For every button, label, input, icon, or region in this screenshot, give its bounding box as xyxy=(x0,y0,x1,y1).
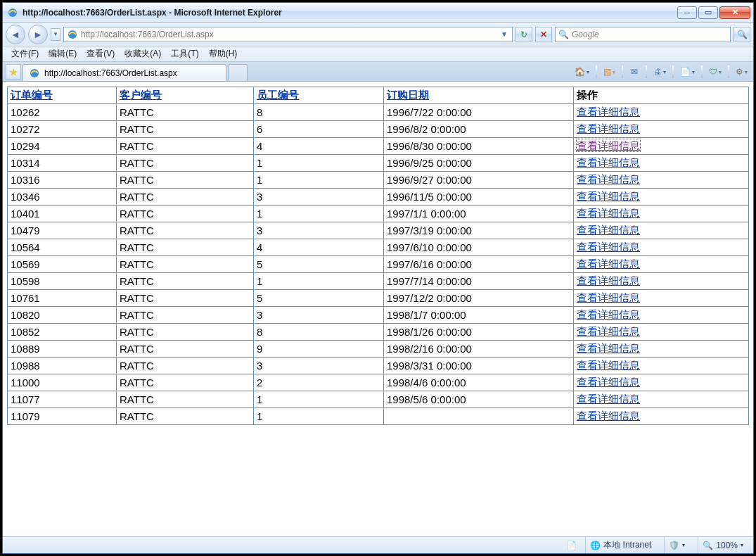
maximize-button[interactable]: ▭ xyxy=(698,6,718,19)
command-bar: 🏠▾ ▧▾ ✉ 🖨▾ 📄▾ 🛡▾ ⚙▾ xyxy=(572,64,750,81)
shield-icon: 🛡️ xyxy=(669,541,679,550)
table-header-row: 订单编号 客户编号 员工编号 订购日期 操作 xyxy=(8,87,749,104)
cell-action: 查看详细信息 xyxy=(574,256,749,273)
view-detail-link[interactable]: 查看详细信息 xyxy=(577,106,640,118)
view-detail-link[interactable]: 查看详细信息 xyxy=(577,291,640,303)
close-button[interactable]: ✕ xyxy=(719,6,750,19)
cell-customer-id: RATTC xyxy=(117,172,254,189)
cell-order-id: 10598 xyxy=(8,273,117,290)
header-order-id[interactable]: 订单编号 xyxy=(11,89,53,101)
cell-action: 查看详细信息 xyxy=(574,391,749,408)
table-row: 10314RATTC11996/9/25 0:00:00查看详细信息 xyxy=(8,155,749,172)
security-zone-pane[interactable]: 🌐 本地 Intranet xyxy=(585,537,655,553)
stop-button[interactable]: ✕ xyxy=(535,27,552,42)
separator xyxy=(701,65,703,78)
address-bar[interactable]: http://localhost:7663/OrderList.aspx ▼ xyxy=(63,27,513,42)
cell-order-date: 1996/7/22 0:00:00 xyxy=(384,104,574,121)
menu-file[interactable]: 文件(F) xyxy=(7,46,43,61)
view-detail-link[interactable]: 查看详细信息 xyxy=(577,241,640,253)
zoom-pane[interactable]: 🔍 100% ▾ xyxy=(698,537,748,553)
cell-order-date xyxy=(384,408,574,425)
view-detail-link[interactable]: 查看详细信息 xyxy=(577,156,640,168)
tab-bar: ★ http://localhost:7663/OrderList.aspx 🏠… xyxy=(3,62,753,82)
feeds-button[interactable]: ▧▾ xyxy=(601,64,618,80)
cell-order-date: 1997/7/14 0:00:00 xyxy=(384,273,574,290)
view-detail-link[interactable]: 查看详细信息 xyxy=(577,258,640,270)
view-detail-link[interactable]: 查看详细信息 xyxy=(577,274,640,286)
table-row: 10401RATTC11997/1/1 0:00:00查看详细信息 xyxy=(8,206,749,222)
cell-action: 查看详细信息 xyxy=(574,341,749,358)
cell-order-date: 1996/8/30 0:00:00 xyxy=(384,138,574,155)
header-employee-id[interactable]: 员工编号 xyxy=(257,89,299,101)
view-detail-link[interactable]: 查看详细信息 xyxy=(577,190,640,202)
view-detail-link[interactable]: 查看详细信息 xyxy=(577,308,640,320)
view-detail-link[interactable]: 查看详细信息 xyxy=(577,207,640,219)
view-detail-link[interactable]: 查看详细信息 xyxy=(577,376,640,388)
view-detail-link[interactable]: 查看详细信息 xyxy=(577,359,640,371)
menu-tools[interactable]: 工具(T) xyxy=(167,46,203,61)
table-row: 10479RATTC31997/3/19 0:00:00查看详细信息 xyxy=(8,222,749,239)
cell-order-id: 10889 xyxy=(8,341,117,358)
view-detail-link[interactable]: 查看详细信息 xyxy=(577,342,640,354)
cell-customer-id: RATTC xyxy=(117,121,254,138)
tab-active[interactable]: http://localhost:7663/OrderList.aspx xyxy=(23,64,226,81)
menu-favorites[interactable]: 收藏夹(A) xyxy=(120,46,165,61)
menu-view[interactable]: 查看(V) xyxy=(82,46,119,61)
cell-employee-id: 3 xyxy=(254,358,384,374)
view-detail-link[interactable]: 查看详细信息 xyxy=(577,410,640,422)
cell-order-date: 1998/4/6 0:00:00 xyxy=(384,374,574,391)
cell-order-id: 10761 xyxy=(8,290,117,307)
cell-action: 查看详细信息 xyxy=(574,290,749,307)
view-detail-link[interactable]: 查看详细信息 xyxy=(577,139,640,151)
print-button[interactable]: 🖨▾ xyxy=(651,64,669,80)
cell-order-date: 1997/12/2 0:00:00 xyxy=(384,290,574,307)
cell-action: 查看详细信息 xyxy=(574,358,749,374)
refresh-button[interactable]: ↻ xyxy=(515,27,532,42)
separator xyxy=(646,65,647,78)
view-detail-link[interactable]: 查看详细信息 xyxy=(577,224,640,236)
cell-action: 查看详细信息 xyxy=(574,104,749,121)
tab-title: http://localhost:7663/OrderList.aspx xyxy=(44,68,177,78)
search-go-button[interactable]: 🔍 xyxy=(733,27,750,42)
history-dropdown[interactable]: ▼ xyxy=(51,28,60,41)
view-detail-link[interactable]: 查看详细信息 xyxy=(577,393,640,405)
table-row: 10761RATTC51997/12/2 0:00:00查看详细信息 xyxy=(8,290,749,307)
cell-action: 查看详细信息 xyxy=(574,324,749,341)
favorites-button[interactable]: ★ xyxy=(6,64,21,80)
view-detail-link[interactable]: 查看详细信息 xyxy=(577,122,640,134)
address-dropdown-icon[interactable]: ▼ xyxy=(499,30,509,38)
cell-order-date: 1996/11/5 0:00:00 xyxy=(384,189,574,206)
page-button[interactable]: 📄▾ xyxy=(677,64,698,80)
cell-employee-id: 1 xyxy=(254,273,384,290)
mail-button[interactable]: ✉ xyxy=(627,64,642,80)
cell-order-id: 10316 xyxy=(8,172,117,189)
header-customer-id[interactable]: 客户编号 xyxy=(120,89,162,101)
tools-button[interactable]: ⚙▾ xyxy=(733,64,750,80)
home-button[interactable]: 🏠▾ xyxy=(572,64,592,80)
header-order-date[interactable]: 订购日期 xyxy=(387,89,429,101)
protected-mode-pane[interactable]: 🛡️▾ xyxy=(664,537,689,553)
safety-button[interactable]: 🛡▾ xyxy=(706,64,724,80)
view-detail-link[interactable]: 查看详细信息 xyxy=(577,325,640,337)
menu-help[interactable]: 帮助(H) xyxy=(205,46,242,61)
cell-customer-id: RATTC xyxy=(117,206,254,222)
cell-action: 查看详细信息 xyxy=(574,239,749,256)
cell-employee-id: 8 xyxy=(254,104,384,121)
new-tab-button[interactable] xyxy=(228,64,248,81)
view-detail-link[interactable]: 查看详细信息 xyxy=(577,173,640,185)
search-input[interactable]: 🔍 Google xyxy=(555,27,731,42)
tab-favicon-icon xyxy=(29,68,40,79)
back-button[interactable]: ◄ xyxy=(6,25,25,44)
cell-order-id: 10262 xyxy=(8,104,117,121)
forward-button[interactable]: ► xyxy=(28,25,48,44)
cell-customer-id: RATTC xyxy=(117,273,254,290)
cell-employee-id: 1 xyxy=(254,172,384,189)
header-action: 操作 xyxy=(574,87,749,104)
minimize-button[interactable]: ─ xyxy=(677,6,697,19)
cell-employee-id: 1 xyxy=(254,206,384,222)
cell-order-id: 10294 xyxy=(8,138,117,155)
menu-edit[interactable]: 编辑(E) xyxy=(44,46,81,61)
separator xyxy=(596,65,597,78)
browser-window: http://localhost:7663/OrderList.aspx - M… xyxy=(2,2,754,554)
cell-employee-id: 1 xyxy=(254,391,384,408)
